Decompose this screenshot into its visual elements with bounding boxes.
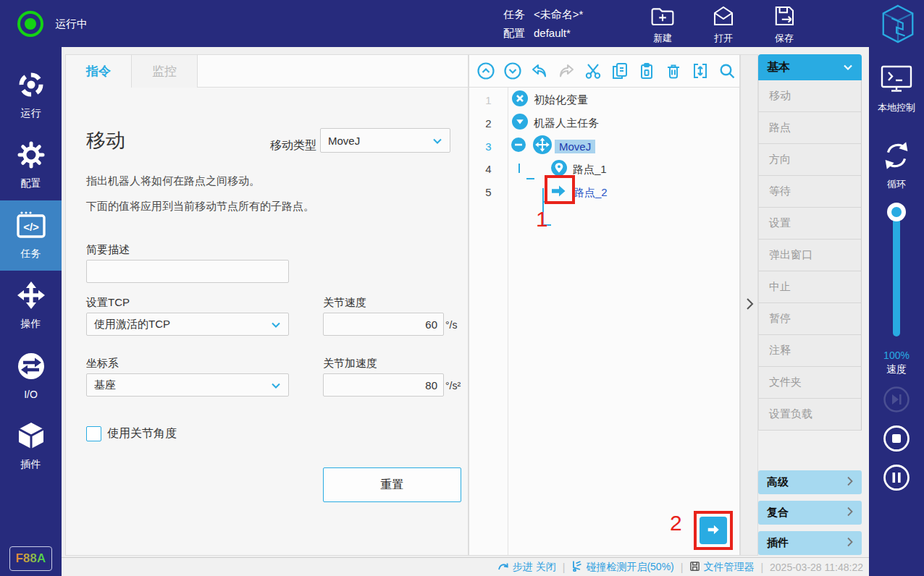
collapse-minus-icon[interactable] [511,137,526,155]
tree-toolbar [469,55,739,88]
fold-button[interactable] [690,61,710,81]
instruction-item-popup[interactable]: 弹出窗口 [758,240,862,271]
stop-icon [883,444,910,454]
joint-speed-unit: °/s [445,319,458,331]
chevron-down-icon [843,61,853,74]
chevron-right-icon [847,476,853,488]
sidebar-item-config[interactable]: 配置 [0,130,62,200]
joint-acc-input[interactable] [323,373,444,397]
collision-detect-label: 碰撞检测开启(50%) [586,561,673,574]
chevron-down-icon [271,379,281,391]
group-plugin[interactable]: 插件 [758,531,862,555]
tcp-value: 使用激活的TCP [94,318,170,331]
copy-button[interactable] [610,61,630,81]
reset-button[interactable]: 重置 [323,467,461,502]
stop-button[interactable] [883,425,910,452]
group-advanced[interactable]: 高级 [758,470,862,494]
tree-row-waypoint2[interactable]: 路点_2 [550,181,739,204]
statusbar-separator: | [760,562,763,573]
group-label: 复合 [767,506,789,520]
config-label: 配置 [503,24,525,43]
file-manager-label: 文件管理器 [703,561,754,574]
instruction-category-select[interactable]: 基本 [758,54,862,80]
terminal-icon [880,64,913,98]
tree-row-movej[interactable]: 3 MoveJ [469,135,739,158]
device-code-badge[interactable]: F88A [9,546,52,571]
step-next-button[interactable] [883,386,910,413]
joint-speed-input[interactable] [323,313,444,336]
use-joint-angle-row[interactable]: 使用关节角度 [86,426,177,441]
local-control-button[interactable]: 本地控制 [869,64,924,114]
topbar-actions: 新建 打开 保存 [642,4,805,45]
pause-icon [883,483,910,494]
move-down-button[interactable] [503,61,523,81]
frame-select[interactable]: 基座 [86,373,289,397]
panel-expander[interactable] [740,54,758,556]
clock: 2025-03-28 11:48:22 [770,562,863,573]
loop-button[interactable]: 循环 [869,140,924,191]
instruction-item-pause[interactable]: 暂停 [758,303,862,335]
search-button[interactable] [717,61,737,81]
description-line2: 下面的值将应用到当前移动节点所有的子路点。 [86,200,314,213]
task-name: <未命名>* [534,5,583,24]
tree-row-waypoint1[interactable]: 路点_1 [551,158,739,181]
paste-button[interactable] [637,61,657,81]
undo-button[interactable] [529,61,550,81]
file-manager-icon [689,561,700,574]
instruction-item-abort[interactable]: 中止 [758,271,862,303]
move-type-select[interactable]: MoveJ [320,128,450,153]
open-task-label: 打开 [714,32,733,45]
pause-button[interactable] [883,464,910,491]
sidebar-item-label: I/O [24,389,38,400]
group-composite[interactable]: 复合 [758,501,862,525]
chevron-down-icon [432,135,442,147]
move-type-value: MoveJ [328,135,360,147]
sidebar-item-io[interactable]: I/O [0,341,62,411]
delete-button[interactable] [663,61,684,81]
instruction-item-wait[interactable]: 等待 [758,176,862,208]
main-task-icon [512,114,528,132]
tree-row-init-variables[interactable]: 1 初始化变量 [469,88,739,111]
redo-button[interactable] [556,61,576,81]
tree-node-label: 机器人主任务 [534,117,599,130]
instruction-category-label: 基本 [767,60,790,75]
speed-slider[interactable] [893,212,900,336]
sidebar-item-run[interactable]: 运行 [0,60,62,130]
instruction-item-waypoint[interactable]: 路点 [758,112,862,144]
use-joint-angle-checkbox[interactable] [86,426,101,441]
file-manager-button[interactable]: 文件管理器 [689,561,754,574]
tab-monitor[interactable]: 监控 [132,55,198,88]
tcp-select[interactable]: 使用激活的TCP [86,313,289,336]
sidebar-item-operate[interactable]: 操作 [0,271,62,341]
loop-icon [881,140,912,174]
chevron-right-icon [847,537,853,549]
sidebar-item-plugin[interactable]: 插件 [0,411,62,481]
step-mode-toggle[interactable]: 步进 关闭 [497,561,556,574]
annotation-label-1: 1 [536,207,548,232]
save-task-button[interactable]: 保存 [763,4,805,45]
description-line1: 指出机器人将如何在路点之间移动。 [86,174,260,188]
status-bar: 步进 关闭 | 碰撞检测开启(50%) | 文件管理器 | 2025-03-28… [62,557,869,576]
instruction-item-move[interactable]: 移动 [758,80,862,112]
line-number: 5 [469,186,508,198]
instruction-item-comment[interactable]: 注释 [758,335,862,367]
sidebar-item-task[interactable]: </> 任务 [0,200,62,271]
move-up-button[interactable] [476,61,496,81]
cut-button[interactable] [583,61,603,81]
tab-instruction[interactable]: 指令 [66,55,132,88]
instruction-item-folder[interactable]: 文件夹 [758,367,862,399]
collision-icon [571,560,583,574]
run-target-icon [17,70,46,102]
save-task-label: 保存 [775,32,794,45]
instruction-item-direction[interactable]: 方向 [758,144,862,176]
tree-node-label: 路点_1 [573,163,607,177]
collision-detect-toggle[interactable]: 碰撞检测开启(50%) [571,560,673,574]
open-task-button[interactable]: 打开 [702,4,744,45]
speed-slider-handle[interactable] [887,203,906,221]
new-task-button[interactable]: 新建 [642,4,684,45]
instruction-item-payload[interactable]: 设置负载 [758,399,862,431]
annotation-label-2: 2 [670,511,682,535]
brief-desc-input[interactable] [86,260,289,283]
instruction-item-set[interactable]: 设置 [758,208,862,240]
tree-row-main-task[interactable]: 2 机器人主任务 [469,111,739,135]
